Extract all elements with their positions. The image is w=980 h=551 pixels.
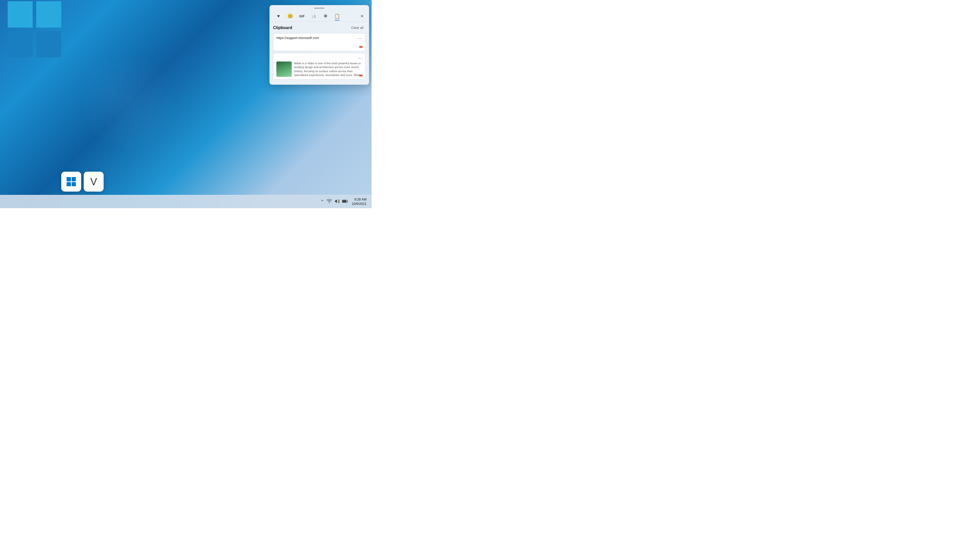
clipboard-header: Clipboard Clear all — [273, 25, 366, 30]
v-key-button: V — [84, 171, 103, 192]
tab-clipboard[interactable]: 📋 — [332, 11, 342, 21]
current-time: 9:28 AM — [352, 197, 366, 202]
battery-icon[interactable] — [342, 200, 348, 204]
volume-icon[interactable] — [334, 199, 339, 205]
close-button[interactable]: ✕ — [358, 13, 366, 20]
desktop: V ♥ 😊 GIF ;-) — [0, 0, 372, 208]
clipboard-item-1-text: https://support.microsoft.com — [277, 36, 357, 40]
special-icon: ✻ — [324, 13, 328, 19]
clipboard-item-1[interactable]: https://support.microsoft.com ··· 📌 — [273, 33, 366, 51]
taskbar: ⌃ — [0, 195, 372, 208]
tab-kaomoji[interactable]: 😊 — [285, 11, 296, 21]
thumbnail-overlay — [277, 62, 292, 77]
win-key-button — [61, 171, 81, 192]
tab-emoji[interactable]: ♥ — [273, 11, 284, 21]
win-pane-bl — [8, 31, 33, 57]
win-pane-br — [36, 31, 61, 57]
panel-drag-handle[interactable] — [269, 5, 369, 10]
panel-header: ♥ 😊 GIF ;-) ✻ — [269, 10, 369, 22]
gif-icon: GIF — [299, 14, 305, 18]
clipboard-item-1-header: https://support.microsoft.com ··· — [277, 36, 362, 41]
show-hidden-icons-button[interactable]: ⌃ — [320, 199, 324, 205]
win-pane-small-tl — [67, 177, 71, 181]
clipboard-title: Clipboard — [273, 25, 292, 30]
clipboard-item-2-thumbnail — [277, 62, 292, 77]
win-pane-small-tr — [72, 177, 76, 181]
clipboard-panel: ♥ 😊 GIF ;-) ✻ — [269, 5, 369, 85]
panel-content: Clipboard Clear all https://support.micr… — [269, 22, 369, 85]
win-icon-small — [67, 177, 76, 186]
win-pane-tr — [36, 1, 61, 27]
symbols-icon: ;-) — [312, 14, 315, 18]
clipboard-item-1-pin-icon[interactable]: 📌 — [358, 44, 363, 49]
drag-bar — [314, 8, 325, 9]
datetime[interactable]: 9:28 AM 10/6/2021 — [352, 197, 366, 206]
tab-gif[interactable]: GIF — [297, 11, 307, 21]
v-key-label: V — [90, 176, 97, 187]
kaomoji-icon: 😊 — [287, 13, 293, 19]
current-date: 10/6/2021 — [352, 202, 366, 206]
win-pane-small-br — [72, 182, 76, 186]
emoji-icon: ♥ — [277, 14, 280, 19]
system-tray: ⌃ — [320, 199, 348, 205]
clipboard-item-2[interactable]: ··· Made in a Video is one of the most p… — [273, 53, 366, 79]
svg-rect-1 — [343, 200, 346, 202]
windows-logo — [8, 1, 61, 57]
clipboard-icon: 📋 — [334, 13, 340, 19]
close-icon: ✕ — [360, 14, 364, 19]
tab-special[interactable]: ✻ — [320, 11, 331, 21]
taskbar-right: ⌃ — [320, 197, 366, 206]
shortcut-popup: V — [61, 171, 103, 192]
tab-icons: ♥ 😊 GIF ;-) ✻ — [273, 11, 342, 21]
clipboard-item-1-menu[interactable]: ··· — [357, 36, 362, 41]
clipboard-item-2-preview: Made in a Video is one of the most power… — [294, 62, 362, 77]
clipboard-item-2-menu[interactable]: ··· — [357, 56, 362, 60]
tab-symbols[interactable]: ;-) — [308, 11, 319, 21]
win-pane-tl — [8, 1, 33, 27]
clipboard-item-2-body: Made in a Video is one of the most power… — [277, 62, 362, 77]
clear-all-button[interactable]: Clear all — [349, 25, 366, 30]
wifi-icon[interactable] — [327, 199, 332, 204]
win-pane-small-bl — [67, 182, 71, 186]
